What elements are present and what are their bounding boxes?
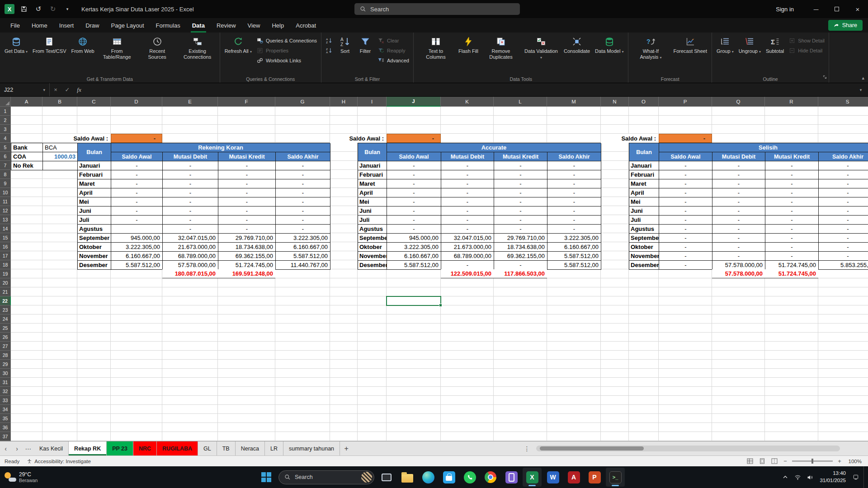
cell-Q7[interactable]: - — [712, 161, 765, 170]
cell-O13[interactable]: Juli — [629, 216, 659, 225]
cell-I5[interactable]: Bulan — [358, 143, 387, 161]
column-header-p[interactable]: P — [659, 97, 712, 107]
cell-I10[interactable]: April — [358, 188, 387, 197]
cell-J4[interactable]: - — [387, 134, 441, 143]
undo-icon[interactable]: ↺ — [32, 2, 45, 16]
cell-S8[interactable]: - — [819, 170, 868, 179]
cell-L19[interactable]: 117.866.503,00 — [494, 269, 547, 278]
file-explorer-icon[interactable] — [398, 468, 417, 487]
cell-Q6[interactable]: Mutasi Debit — [712, 152, 765, 161]
column-header-d[interactable]: D — [111, 97, 162, 107]
cell-J15[interactable]: 945.000,00 — [387, 234, 441, 243]
menu-tab-view[interactable]: View — [242, 18, 266, 33]
cell-M9[interactable]: - — [547, 179, 601, 188]
cell-M14[interactable]: - — [547, 225, 601, 234]
row-header-34[interactable]: 34 — [0, 405, 11, 414]
hidden-icons-chevron[interactable] — [779, 468, 791, 486]
cell-K8[interactable]: - — [441, 170, 494, 179]
cell-J7[interactable]: - — [387, 161, 441, 170]
cell-Q11[interactable]: - — [712, 197, 765, 206]
chrome-browser-icon[interactable] — [481, 468, 500, 487]
ribbon-button-existing-connections[interactable]: Existing Connections — [178, 34, 217, 75]
cell-L10[interactable]: - — [494, 188, 547, 197]
cell-R15[interactable]: - — [765, 234, 819, 243]
row-header-4[interactable]: 4 — [0, 134, 11, 143]
ribbon-button-advanced[interactable]: Advanced — [376, 56, 411, 65]
cell-C13[interactable]: Juli — [78, 216, 111, 225]
cell-L7[interactable]: - — [494, 161, 547, 170]
maximize-button[interactable] — [826, 0, 847, 18]
cell-O14[interactable]: Agustus — [629, 225, 659, 234]
row-header-28[interactable]: 28 — [0, 351, 11, 360]
cell-P7[interactable]: - — [659, 161, 712, 170]
column-header-i[interactable]: I — [358, 97, 387, 107]
notification-icon[interactable] — [850, 468, 862, 486]
cell-P10[interactable]: - — [659, 188, 712, 197]
cell-R11[interactable]: - — [765, 197, 819, 206]
cell-F8[interactable]: - — [218, 170, 276, 179]
cell-I13[interactable]: Juli — [358, 216, 387, 225]
cell-C5[interactable]: Bulan — [78, 143, 111, 161]
word-icon[interactable]: W — [543, 468, 562, 487]
cell-G12[interactable]: - — [276, 206, 330, 216]
cell-R6[interactable]: Mutasi Kredit — [765, 152, 819, 161]
sheet-nav-right-icon[interactable]: › — [11, 441, 23, 455]
cell-Q16[interactable]: - — [712, 243, 765, 252]
cell-L12[interactable]: - — [494, 206, 547, 216]
column-header-h[interactable]: H — [330, 97, 358, 107]
menu-tab-page-layout[interactable]: Page Layout — [105, 18, 150, 33]
cell-F6[interactable]: Mutasi Kredit — [218, 152, 276, 161]
column-header-r[interactable]: R — [765, 97, 818, 107]
cell-S17[interactable]: - — [819, 252, 868, 261]
cell-C7[interactable]: Januari — [78, 161, 111, 170]
cell-O17[interactable]: November — [629, 252, 659, 261]
normal-view-icon[interactable] — [746, 458, 754, 465]
cell-M13[interactable]: - — [547, 216, 601, 225]
zoom-slider[interactable] — [792, 460, 833, 462]
ribbon-button-data-model[interactable]: Data Model ▾ — [593, 34, 626, 75]
ribbon-button-from-text-csv[interactable]: From Text/CSV — [30, 34, 68, 75]
cell-D11[interactable]: - — [111, 197, 163, 206]
cell-L11[interactable]: - — [494, 197, 547, 206]
powerpoint-icon[interactable]: P — [585, 468, 604, 487]
cell-B5[interactable]: BCA — [43, 143, 78, 152]
cell-M16[interactable]: 6.160.667,00 — [547, 243, 601, 252]
menu-tab-file[interactable]: File — [5, 18, 26, 33]
cell-J17[interactable]: 6.160.667,00 — [387, 252, 441, 261]
cell-J14[interactable]: - — [387, 225, 441, 234]
sheet-tab-summary-tahunan[interactable]: summary tahunan — [283, 441, 340, 455]
cell-M18[interactable]: 5.587.512,00 — [547, 261, 601, 270]
row-header-14[interactable]: 14 — [0, 224, 11, 233]
cell-D8[interactable]: - — [111, 170, 163, 179]
cell-Q15[interactable]: - — [712, 234, 765, 243]
ribbon-button-show-detail[interactable]: Show Detail — [787, 37, 826, 45]
close-button[interactable]: × — [847, 0, 868, 18]
cell-K17[interactable]: 68.789.000,00 — [441, 252, 494, 261]
cell-K9[interactable]: - — [441, 179, 494, 188]
table-title-accurate[interactable]: Accurate — [387, 143, 601, 152]
cell-P8[interactable]: - — [659, 170, 712, 179]
acrobat-icon[interactable]: A — [564, 468, 583, 487]
sheet-tab-rekap-rk[interactable]: Rekap RK — [69, 441, 107, 455]
edge-browser-icon[interactable] — [419, 468, 438, 487]
cell-C15[interactable]: September — [78, 234, 111, 243]
sheet-tab-gl[interactable]: GL — [198, 441, 217, 455]
horizontal-scrollbar[interactable] — [536, 446, 840, 451]
cell-F16[interactable]: 18.734.638,00 — [218, 243, 276, 252]
cell-F10[interactable]: - — [218, 188, 276, 197]
row-header-37[interactable]: 37 — [0, 432, 11, 441]
cell-I9[interactable]: Maret — [358, 179, 387, 188]
accessibility-status[interactable]: Accessibility: Investigate — [27, 459, 91, 464]
row-header-19[interactable]: 19 — [0, 269, 11, 278]
row-header-35[interactable]: 35 — [0, 414, 11, 423]
cell-C8[interactable]: Februari — [78, 170, 111, 179]
redo-icon[interactable]: ↻ — [46, 2, 60, 16]
cell-J11[interactable]: - — [387, 197, 441, 206]
cell-P14[interactable]: - — [659, 225, 712, 234]
cell-E10[interactable]: - — [163, 188, 218, 197]
ribbon-button-text-to-columns[interactable]: Text to Columns — [416, 34, 456, 75]
zoom-level[interactable]: 100% — [846, 459, 862, 464]
row-header-2[interactable]: 2 — [0, 116, 11, 125]
task-view-icon[interactable] — [377, 468, 396, 487]
tab-menu-icon[interactable]: ⋮ — [521, 441, 533, 455]
